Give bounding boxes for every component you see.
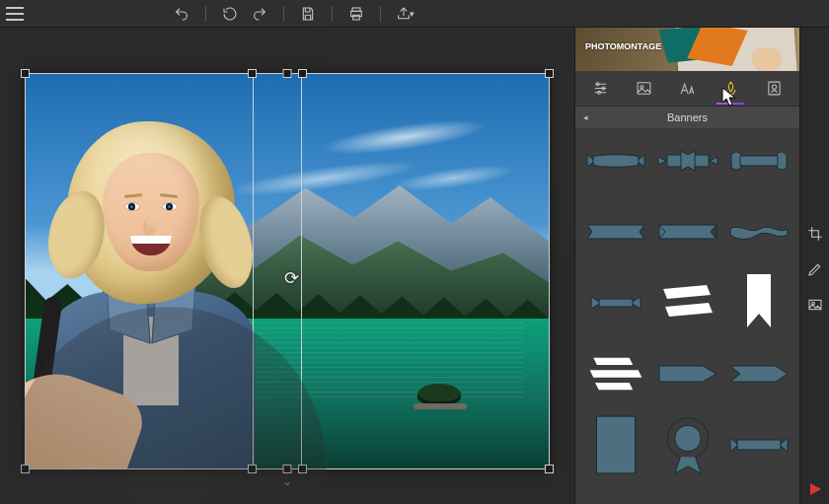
rotate-handle-icon[interactable]: ⟳: [284, 267, 299, 289]
svg-rect-2: [353, 15, 360, 20]
share-icon[interactable]: ▾: [395, 4, 414, 24]
svg-rect-6: [638, 83, 650, 94]
undo-icon[interactable]: [172, 4, 191, 24]
svg-rect-8: [768, 82, 779, 95]
banner-asset-rect-v-notch[interactable]: [657, 209, 718, 254]
asset-row: [585, 280, 790, 325]
side-tool-strip: [799, 28, 829, 504]
resize-handle-top-left[interactable]: [21, 69, 30, 78]
guide-handle-bottom-a[interactable]: [248, 465, 257, 473]
photo-person: [26, 121, 276, 468]
asset-grid: [575, 128, 799, 504]
asset-row: [585, 209, 790, 254]
expand-down-icon[interactable]: ⌄: [282, 474, 292, 488]
banner-asset-stacked-bars[interactable]: [585, 351, 646, 396]
caret-left-icon: ◂: [583, 112, 588, 122]
banner-asset-flat-ribbon[interactable]: [728, 422, 790, 468]
tab-adjust[interactable]: [585, 74, 617, 104]
svg-point-12: [674, 425, 700, 451]
tab-image[interactable]: [629, 74, 660, 104]
banner-asset-ribbon-scroll[interactable]: [728, 138, 790, 183]
photo-island: [408, 374, 477, 409]
toolbar-separator: [205, 6, 206, 22]
resize-handle-bottom-right[interactable]: [545, 465, 554, 473]
banner-asset-diagonal-stripes[interactable]: [657, 280, 718, 325]
toolbar-separator: [332, 6, 333, 22]
banner-asset-arrow-right[interactable]: [657, 351, 718, 396]
toolbar-history-group: ▾: [172, 4, 414, 24]
canvas-selection-frame[interactable]: ⟳ ⌄: [26, 74, 549, 468]
tab-frames[interactable]: [758, 74, 790, 104]
guide-handle-top-b[interactable]: [298, 69, 307, 78]
top-toolbar: ▾: [0, 0, 829, 28]
main-area: ⟳ ⌄ PHOTOMONTAGE: [0, 28, 829, 504]
app-root: ▾: [0, 0, 829, 504]
guide-handle-bottom-b[interactable]: [298, 465, 307, 473]
resize-handle-bottom[interactable]: [283, 465, 292, 473]
banner-asset-chevron-right[interactable]: [728, 351, 790, 396]
banner-asset-small-flag[interactable]: [585, 280, 646, 325]
save-icon[interactable]: [298, 4, 318, 24]
asset-row: [585, 351, 790, 396]
menu-hamburger-icon[interactable]: [6, 7, 24, 21]
banner-asset-bookmark[interactable]: [728, 280, 790, 325]
resize-handle-top-right[interactable]: [545, 69, 554, 78]
redo-icon[interactable]: [250, 4, 269, 24]
right-panel: PHOTOMONTAGE: [574, 28, 799, 504]
svg-rect-10: [596, 416, 635, 473]
tab-stickers[interactable]: [715, 74, 746, 104]
svg-point-9: [772, 85, 776, 89]
draw-tool-icon[interactable]: [806, 260, 824, 278]
canvas-area[interactable]: ⟳ ⌄: [0, 28, 574, 504]
section-title: Banners: [667, 111, 708, 123]
banner-asset-badge-ribbon[interactable]: [657, 138, 718, 183]
brand-banner: PHOTOMONTAGE: [575, 28, 799, 71]
banner-asset-tall-rect[interactable]: [585, 422, 646, 468]
tab-text[interactable]: [671, 74, 703, 104]
section-header-banners[interactable]: ◂ Banners: [575, 107, 799, 128]
asset-row: [585, 138, 790, 183]
banner-asset-ribbon-center-wave[interactable]: [585, 138, 646, 183]
banner-asset-rect-notch[interactable]: [585, 209, 646, 254]
banner-asset-medal-circle[interactable]: [657, 422, 718, 468]
toolbar-separator: [380, 6, 381, 22]
resize-handle-top[interactable]: [283, 69, 292, 78]
pictures-tool-icon[interactable]: [806, 296, 824, 314]
crop-tool-icon[interactable]: [806, 225, 824, 243]
banner-asset-wave-banner[interactable]: [728, 209, 790, 254]
asset-row: [585, 422, 790, 468]
guide-handle-top-a[interactable]: [248, 69, 257, 78]
history-icon[interactable]: [220, 4, 240, 24]
panel-tabs: [575, 71, 799, 107]
brand-label: PHOTOMONTAGE: [585, 41, 661, 51]
toolbar-separator: [283, 6, 284, 22]
play-indicator-icon[interactable]: [808, 482, 822, 496]
print-icon[interactable]: [346, 4, 366, 24]
resize-handle-bottom-left[interactable]: [21, 465, 30, 473]
